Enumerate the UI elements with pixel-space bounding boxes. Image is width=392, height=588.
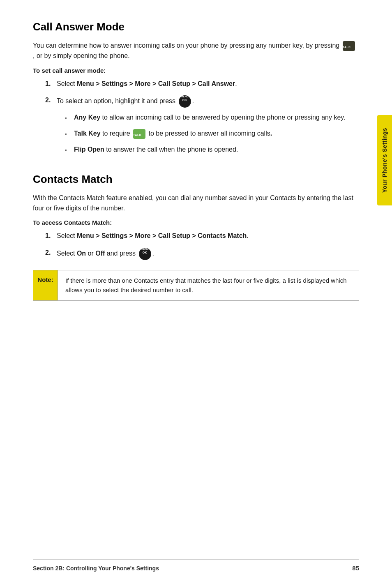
contacts-step1-path: Menu > Settings > More > Call Setup > Co… [77, 232, 247, 239]
menu-ok-icon-step2: MENU OK [179, 95, 191, 108]
contacts-step1-content: Select Menu > Settings > More > Call Set… [57, 231, 359, 241]
contacts-match-steps: 1. Select Menu > Settings > More > Call … [33, 231, 359, 260]
note-label: Note: [33, 270, 58, 300]
contacts-match-intro: With the Contacts Match feature enabled,… [33, 193, 359, 214]
bullet-flip-open: Flip Open to answer the call when the ph… [65, 145, 359, 155]
menu-ok-icon-contacts: MENU OK [139, 248, 151, 260]
talk-key-icon-intro [343, 41, 355, 51]
note-box: Note: If there is more than one Contacts… [33, 270, 359, 301]
bullet-talk-key: Talk Key to require to be pressed to ans… [65, 129, 359, 139]
contacts-match-title: Contacts Match [33, 173, 359, 186]
step1-menu-path: Menu > Settings > More > Call Setup > Ca… [77, 80, 235, 87]
call-answer-step-2: 2. To select an option, highlight it and… [45, 95, 359, 160]
call-answer-intro: You can determine how to answer incoming… [33, 41, 359, 61]
footer-page-num: 85 [352, 565, 359, 572]
bullet-list: Any Key to allow an incoming call to be … [57, 113, 359, 154]
bullet-any-key: Any Key to allow an incoming call to be … [65, 113, 359, 123]
call-answer-steps: 1. Select Menu > Settings > More > Call … [33, 79, 359, 161]
bullet-flip-open-text: Flip Open to answer the call when the ph… [74, 145, 238, 155]
footer: Section 2B: Controlling Your Phone's Set… [33, 559, 359, 572]
contacts-step-1: 1. Select Menu > Settings > More > Call … [45, 231, 359, 241]
flip-open-bold: Flip Open [74, 146, 104, 153]
step2-num: 2. [45, 95, 57, 106]
contacts-match-section: Contacts Match With the Contacts Match f… [33, 173, 359, 301]
contacts-step-2: 2. Select On or Off and press MENU OK . [45, 248, 359, 260]
period-bold: . [270, 130, 272, 137]
contacts-step2-num: 2. [45, 248, 57, 258]
contacts-step1-num: 1. [45, 231, 57, 241]
on-bold: On [77, 250, 86, 257]
talk-key-icon-bullet [133, 129, 145, 139]
intro-text-1: You can determine how to answer incoming… [33, 42, 339, 49]
step1-content: Select Menu > Settings > More > Call Set… [57, 79, 359, 89]
intro-text-2: , or by simply opening the phone. [33, 52, 130, 59]
page: Your Phone's Settings Call Answer Mode Y… [0, 0, 392, 588]
call-answer-title: Call Answer Mode [33, 21, 359, 33]
contacts-step2-content: Select On or Off and press MENU OK . [57, 248, 359, 260]
call-answer-section: Call Answer Mode You can determine how t… [33, 21, 359, 161]
off-bold: Off [95, 250, 105, 257]
bullet-any-key-text: Any Key to allow an incoming call to be … [74, 113, 346, 123]
contacts-match-label: To access Contacts Match: [33, 219, 359, 226]
side-tab-label: Your Phone's Settings [381, 128, 388, 193]
side-tab: Your Phone's Settings [377, 115, 392, 205]
call-answer-label: To set call answer mode: [33, 67, 359, 74]
footer-section: Section 2B: Controlling Your Phone's Set… [33, 565, 159, 572]
talk-key-bold: Talk Key [74, 130, 101, 137]
note-content: If there is more than one Contacts entry… [58, 270, 359, 300]
any-key-bold: Any Key [74, 114, 100, 121]
call-answer-step-1: 1. Select Menu > Settings > More > Call … [45, 79, 359, 89]
step2-content: To select an option, highlight it and pr… [57, 95, 359, 160]
bullet-talk-key-text: Talk Key to require to be pressed to ans… [74, 129, 272, 139]
step1-num: 1. [45, 79, 57, 89]
